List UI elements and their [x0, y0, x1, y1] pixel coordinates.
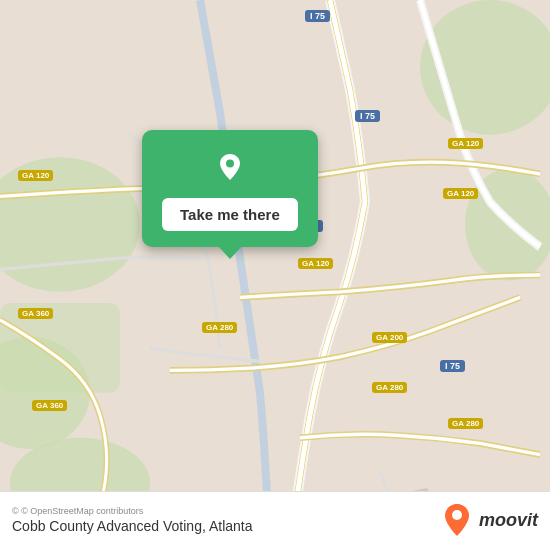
- openstreetmap-text: © OpenStreetMap contributors: [21, 506, 143, 516]
- moovit-icon: [441, 502, 473, 538]
- moovit-text: moovit: [479, 510, 538, 531]
- map-container: Ma... I 75 I 75 I 75 I 75 GA 120 GA 120 …: [0, 0, 550, 550]
- moovit-logo: moovit: [441, 502, 538, 538]
- map-popup: Take me there: [142, 130, 318, 247]
- copyright-symbol: ©: [12, 506, 19, 516]
- info-bar: © © OpenStreetMap contributors Cobb Coun…: [0, 491, 550, 550]
- map-background: Ma...: [0, 0, 550, 550]
- svg-point-10: [226, 160, 234, 168]
- location-name: Cobb County Advanced Voting, Atlanta: [12, 518, 253, 534]
- popup-box: Take me there: [142, 130, 318, 247]
- svg-rect-6: [0, 303, 120, 393]
- location-info: © © OpenStreetMap contributors Cobb Coun…: [12, 506, 253, 534]
- take-me-there-button[interactable]: Take me there: [162, 198, 298, 231]
- location-pin-icon: [208, 144, 252, 188]
- svg-point-11: [452, 510, 462, 520]
- attribution-text: © © OpenStreetMap contributors: [12, 506, 253, 516]
